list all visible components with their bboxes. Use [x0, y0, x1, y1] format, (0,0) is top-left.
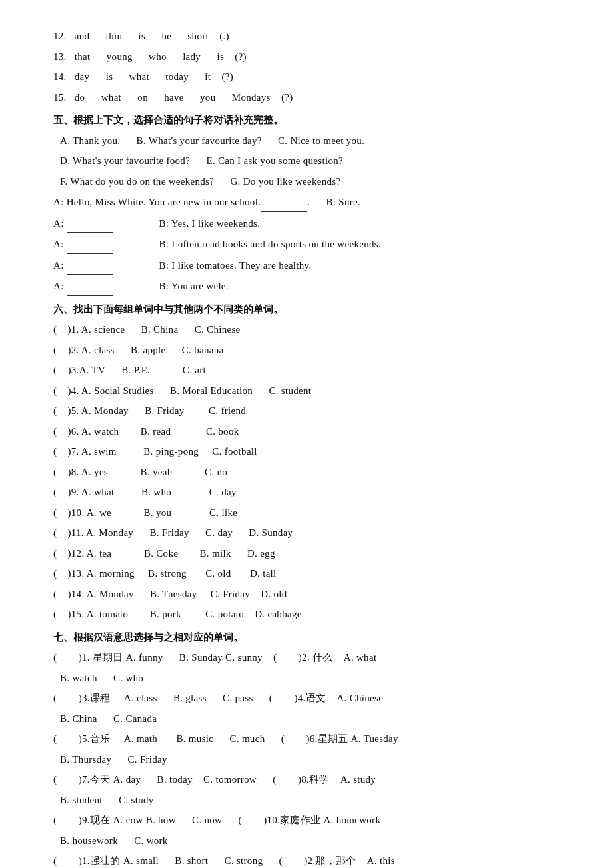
s7-row3: ( )5.音乐 A. math B. music C. much ( )6.星期…: [53, 729, 560, 749]
section5-opt3: F. What do you do on the weekends? G. Do…: [53, 172, 560, 191]
section5: 五、根据上下文，选择合适的句子将对话补充完整。 A. Thank you. B.…: [53, 111, 560, 296]
q14: 14. day is what today it (?): [53, 67, 560, 87]
section5-title: 五、根据上下文，选择合适的句子将对话补充完整。: [53, 111, 560, 130]
s6-q6: ( )6. A. watch B. read C. book: [53, 422, 560, 441]
s6-q7: ( )7. A. swim B. ping-pong C. football: [53, 442, 560, 461]
q13: 13. that young who lady is (?): [53, 47, 560, 67]
s6-q12: ( )12. A. tea B. Coke B. milk D. egg: [53, 544, 560, 563]
s7-row2b: B. China C. Canada: [53, 709, 560, 729]
blank1[interactable]: [261, 192, 307, 212]
s7-row4: ( )7.今天 A. day B. today C. tomorrow ( )8…: [53, 770, 560, 789]
s6-q2: ( )2. A. class B. apple C. banana: [53, 341, 560, 360]
blank5[interactable]: [67, 276, 113, 296]
s6-q13: ( )13. A. morning B. strong C. old D. ta…: [53, 564, 560, 583]
s7-row5: ( )9.现在 A. cow B. how C. now ( )10.家庭作业 …: [53, 811, 560, 830]
reorder-section: 12. and thin is he short (.) 13. that yo…: [53, 27, 560, 107]
dialogue5: A: B: You are wele.: [53, 276, 560, 296]
s6-q1: ( )1. A. science B. China C. Chinese: [53, 320, 560, 339]
blank2[interactable]: [67, 213, 113, 233]
s6-q4: ( )4. A. Social Studies B. Moral Educati…: [53, 381, 560, 401]
section5-opt1: A. Thank you. B. What's your favourite d…: [53, 131, 560, 151]
s7-row2: ( )3.课程 A. class B. glass C. pass ( )4.语…: [53, 689, 560, 708]
blank4[interactable]: [67, 255, 113, 275]
s6-q5: ( )5. A. Monday B. Friday C. friend: [53, 401, 560, 421]
s6-q3: ( )3.A. TV B. P.E. C. art: [53, 361, 560, 380]
blank3[interactable]: [67, 234, 113, 254]
q12: 12. and thin is he short (.): [53, 27, 560, 46]
s7-row4b: B. student C. study: [53, 791, 560, 810]
dialogue1: A: Hello, Miss White. You are new in our…: [53, 192, 560, 212]
section7-title: 七、根据汉语意思选择与之相对应的单词。: [53, 628, 560, 647]
s6-q10: ( )10. A. we B. you C. like: [53, 503, 560, 523]
s6-q8: ( )8. A. yes B. yeah C. no: [53, 463, 560, 482]
worksheet-content: 12. and thin is he short (.) 13. that yo…: [53, 27, 560, 868]
section7: 七、根据汉语意思选择与之相对应的单词。 ( )1. 星期日 A. funny B…: [53, 628, 560, 869]
s6-q9: ( )9. A. what B. who C. day: [53, 483, 560, 502]
dialogue4: A: B: I like tomatoes. They are healthy.: [53, 255, 560, 275]
s6-q15: ( )15. A. tomato B. pork C. potato D. ca…: [53, 605, 560, 624]
section6: 六、找出下面每组单词中与其他两个不同类的单词。 ( )1. A. science…: [53, 300, 560, 624]
s7-row6: ( )1.强壮的 A. small B. short C. strong ( )…: [53, 851, 560, 868]
dialogue3: A: B: I often read books and do sports o…: [53, 234, 560, 254]
s6-q14: ( )14. A. Monday B. Tuesday C. Friday D.…: [53, 585, 560, 604]
q15: 15. do what on have you Mondays (?): [53, 88, 560, 107]
dialogue2: A: B: Yes, I like weekends.: [53, 213, 560, 233]
s7-row3b: B. Thursday C. Friday: [53, 750, 560, 769]
section5-opt2: D. What's your favourite food? E. Can I …: [53, 151, 560, 171]
s7-row1: ( )1. 星期日 A. funny B. Sunday C. sunny ( …: [53, 648, 560, 667]
section6-title: 六、找出下面每组单词中与其他两个不同类的单词。: [53, 300, 560, 319]
s7-row5b: B. housework C. work: [53, 831, 560, 851]
s6-q11: ( )11. A. Monday B. Friday C. day D. Sun…: [53, 523, 560, 543]
s7-row1b: B. watch C. who: [53, 669, 560, 688]
